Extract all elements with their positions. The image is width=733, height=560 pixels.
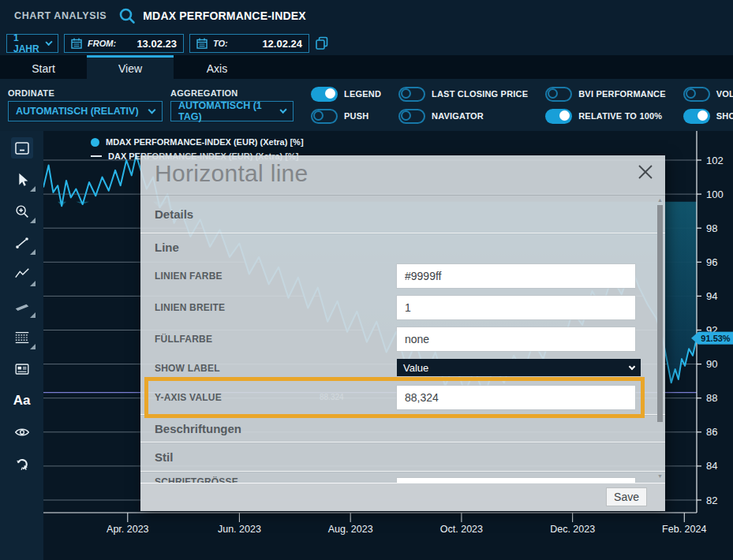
zigzag-tool-icon[interactable] xyxy=(11,263,33,285)
tab-view[interactable]: View xyxy=(87,55,174,79)
to-date-field[interactable]: TO: 12.02.24 xyxy=(189,34,309,53)
text-tool-icon[interactable]: Aa xyxy=(11,390,33,411)
view-toolbar: ORDINATE AUTOMATISCH (RELATIV) AGGREGATI… xyxy=(0,79,733,131)
calendar-icon xyxy=(71,38,82,49)
tab-axis[interactable]: Axis xyxy=(174,55,260,79)
range-select[interactable]: 1 JAHR xyxy=(6,34,58,53)
horizontal-line-dialog: Horizontal line Details Line LINIEN FARB… xyxy=(140,155,665,511)
visibility-eye-icon[interactable] xyxy=(11,421,33,442)
line-width-input[interactable] xyxy=(397,296,635,319)
news-annotation-tool-icon[interactable] xyxy=(11,358,33,379)
scroll-down-icon[interactable]: ▼ xyxy=(656,473,664,480)
svg-text:100: 100 xyxy=(706,189,724,200)
section-beschriftungen[interactable]: Beschriftungen xyxy=(140,414,665,442)
field-row-line-width: LINIEN BREITE xyxy=(140,292,665,323)
dialog-scrollbar[interactable]: ▲ ▼ xyxy=(656,197,664,480)
section-stil[interactable]: Stil xyxy=(140,442,665,471)
search-icon[interactable] xyxy=(118,6,137,25)
range-value: 1 JAHR xyxy=(13,32,41,54)
svg-text:94: 94 xyxy=(706,290,717,302)
save-button[interactable]: Save xyxy=(607,488,646,506)
top-bar: CHART ANALYSIS MDAX PERFORMANCE-INDEX xyxy=(0,0,733,32)
submenu-indicator xyxy=(30,218,36,223)
fill-color-input[interactable] xyxy=(397,327,635,351)
toggle-label: BVI PERFORMANCE xyxy=(578,89,666,99)
app-title: CHART ANALYSIS xyxy=(14,10,107,21)
aggregation-group: AGGREGATION AUTOMATISCH (1 TAG) xyxy=(170,88,294,121)
submenu-indicator xyxy=(30,186,36,192)
to-value: 12.02.24 xyxy=(262,38,302,50)
line-color-input[interactable] xyxy=(397,264,635,288)
ordinate-value: AUTOMATISCH (RELATIV) xyxy=(16,106,139,117)
field-row-fill-color: FÜLLFARBE xyxy=(140,323,665,355)
ribbon-tabs: Start View Axis xyxy=(0,55,733,79)
legend-item-mdax[interactable]: MDAX PERFORMANCE-INDEX (EUR) (Xetra) [%] xyxy=(91,135,304,149)
drawing-tools-sidebar: Aa xyxy=(0,131,43,560)
section-line[interactable]: Line xyxy=(140,233,665,260)
push-toggle[interactable] xyxy=(311,109,338,124)
svg-text:96: 96 xyxy=(706,256,717,268)
close-icon[interactable] xyxy=(635,162,656,182)
svg-text:91.53%: 91.53% xyxy=(701,334,731,343)
toggle-label: NAVIGATOR xyxy=(432,111,484,121)
y-axis-value-label: Y-AXIS VALUE xyxy=(155,392,222,403)
y-axis-value-input[interactable] xyxy=(397,386,635,409)
chevron-down-icon xyxy=(629,363,635,369)
calendar-icon xyxy=(196,38,208,49)
dax-marker-icon xyxy=(91,155,102,157)
svg-text:82: 82 xyxy=(706,495,717,506)
mdax-marker-icon xyxy=(91,138,99,147)
ordinate-select[interactable]: AUTOMATISCH (RELATIV) xyxy=(8,101,163,121)
toggle-label: LAST CLOSING PRICE xyxy=(432,89,528,99)
ordinate-group: ORDINATE AUTOMATISCH (RELATIV) xyxy=(8,88,163,121)
svg-text:Aug. 2023: Aug. 2023 xyxy=(328,524,373,535)
bvi-performance-toggle[interactable] xyxy=(545,87,572,102)
to-label: TO: xyxy=(213,39,228,48)
fill-color-label: FÜLLFARBE xyxy=(155,334,212,345)
svg-text:Apr. 2023: Apr. 2023 xyxy=(107,524,149,535)
cursor-tool-icon[interactable] xyxy=(11,169,33,190)
chevron-down-icon xyxy=(45,39,52,46)
svg-text:Feb. 2024: Feb. 2024 xyxy=(662,524,706,535)
chevron-down-icon xyxy=(279,106,286,114)
chevron-down-icon xyxy=(148,106,156,114)
trend-line-tool-icon[interactable] xyxy=(11,232,33,253)
copy-icon[interactable] xyxy=(315,36,329,50)
channel-tool-icon[interactable] xyxy=(11,295,33,316)
toggle-label: RELATIVE TO 100% xyxy=(578,111,662,121)
submenu-indicator xyxy=(30,249,36,255)
dialog-title: Horizontal line xyxy=(155,160,309,187)
field-row-clipped: SCHRIFTGRÖSSE xyxy=(140,471,665,483)
line-width-label: LINIEN BREITE xyxy=(155,302,225,313)
tab-start[interactable]: Start xyxy=(0,55,87,79)
last-closing-price-toggle[interactable] xyxy=(398,87,425,102)
toggle-label: VOLUME (QTY.) xyxy=(716,89,733,99)
relative-to-100-toggle[interactable] xyxy=(545,109,572,124)
toggle-label: LEGEND xyxy=(344,89,381,99)
collapse-panel-icon[interactable] xyxy=(11,137,33,159)
svg-text:102: 102 xyxy=(706,155,724,166)
scrollbar-thumb[interactable] xyxy=(657,205,663,422)
show-label-select[interactable]: Value xyxy=(397,359,641,376)
aggregation-select[interactable]: AUTOMATISCH (1 TAG) xyxy=(170,101,294,121)
instrument-title: MDAX PERFORMANCE-INDEX xyxy=(143,9,306,22)
from-label: FROM: xyxy=(88,39,116,48)
magnet-snap-icon[interactable] xyxy=(11,453,33,474)
navigator-toggle[interactable] xyxy=(398,109,425,124)
aggregation-label: AGGREGATION xyxy=(170,88,294,98)
svg-text:Oct. 2023: Oct. 2023 xyxy=(440,524,483,535)
scroll-up-icon[interactable]: ▲ xyxy=(656,197,664,203)
toggle-label: PUSH xyxy=(344,111,368,121)
legend-toggle[interactable] xyxy=(311,87,338,102)
submenu-indicator xyxy=(30,312,36,318)
from-date-field[interactable]: FROM: 13.02.23 xyxy=(64,34,184,53)
show-last-value-toggle[interactable] xyxy=(683,109,710,124)
grid-levels-tool-icon[interactable] xyxy=(11,327,33,348)
aggregation-value: AUTOMATISCH (1 TAG) xyxy=(178,100,275,122)
volume-toggle[interactable] xyxy=(683,87,710,102)
svg-text:86: 86 xyxy=(706,426,717,438)
dialog-header: Horizontal line xyxy=(140,155,665,196)
svg-text:84: 84 xyxy=(706,460,717,472)
section-details[interactable]: Details xyxy=(140,196,665,233)
zoom-tool-icon[interactable] xyxy=(11,200,33,222)
